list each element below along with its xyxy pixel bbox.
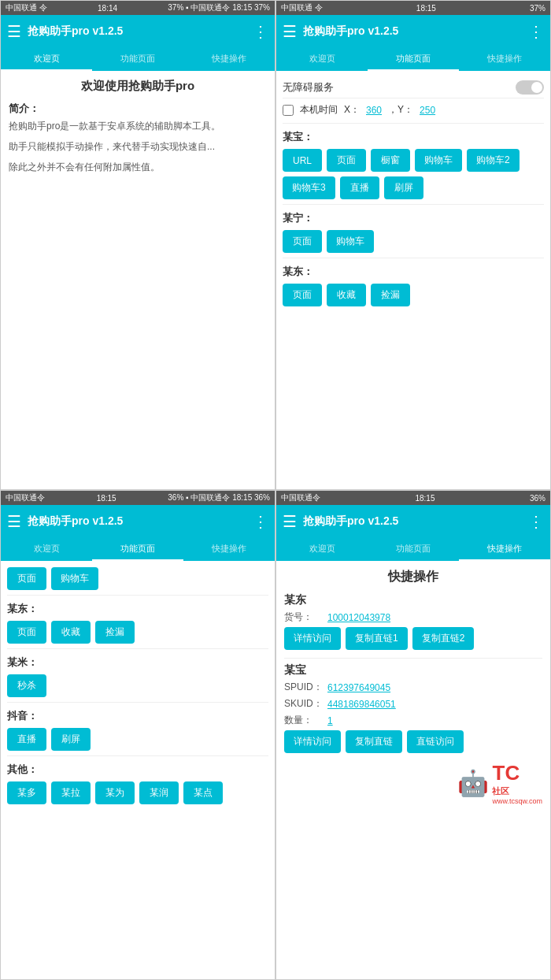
moudong-label: 某东： xyxy=(7,602,268,616)
tab-quick[interactable]: 快捷操作 xyxy=(183,538,275,561)
moumi-label: 某米： xyxy=(7,655,268,670)
moudong-page-btn[interactable]: 页面 xyxy=(283,284,322,306)
moubao-quick-btns: 详情访问 复制直链 直链访问 xyxy=(284,730,542,753)
mouning-cart-btn[interactable]: 购物车 xyxy=(327,230,374,253)
moubao-page-btn[interactable]: 页面 xyxy=(327,149,366,172)
mouning-cart-btn[interactable]: 购物车 xyxy=(51,567,98,590)
quick-moudong-section: 某东 货号： 100012043978 详情访问 复制直链1 复制直链2 xyxy=(284,593,542,650)
moudong-page-btn[interactable]: 页面 xyxy=(7,621,46,644)
moudong-fav-btn[interactable]: 收藏 xyxy=(51,621,91,644)
tab-function[interactable]: 功能页面 xyxy=(368,48,459,71)
moudong-detail-btn[interactable]: 详情访问 xyxy=(284,627,341,650)
tab-quick[interactable]: 快捷操作 xyxy=(459,48,550,71)
tc-url: www.tcsqw.com xyxy=(492,797,542,805)
more-icon[interactable]: ⋮ xyxy=(528,22,544,41)
qita-run-btn[interactable]: 某润 xyxy=(139,781,179,804)
status-right: 37% ▪ 中国联通令 18:15 37% xyxy=(168,2,270,13)
more-icon[interactable]: ⋮ xyxy=(253,22,268,41)
moubao-title: 某宝： xyxy=(283,130,544,144)
quick-title: 快捷操作 xyxy=(284,569,542,585)
tab-welcome[interactable]: 欢迎页 xyxy=(276,48,368,71)
status-time: 18:15 xyxy=(97,494,116,503)
douyin-label: 抖音： xyxy=(7,709,268,723)
divider2 xyxy=(283,204,544,205)
coord-x-value[interactable]: 360 xyxy=(366,105,382,116)
quick-actions-content: 快捷操作 某东 货号： 100012043978 详情访问 复制直链1 复制直链… xyxy=(276,561,550,979)
moudong-deal-btn[interactable]: 捡漏 xyxy=(371,284,410,306)
mouning-page-btn[interactable]: 页面 xyxy=(283,230,322,253)
qty-value[interactable]: 1 xyxy=(327,715,333,726)
tab-function[interactable]: 功能页面 xyxy=(92,538,183,561)
status-right: 37% xyxy=(530,4,545,13)
coord-separator: ，Y： xyxy=(388,103,413,117)
tab-function[interactable]: 功能页面 xyxy=(92,48,183,71)
quick-moubao-spuid: SPUID： 612397649045 xyxy=(284,681,542,694)
huo-value[interactable]: 100012043978 xyxy=(327,612,390,623)
tab-welcome[interactable]: 欢迎页 xyxy=(1,538,92,561)
accessibility-label: 无障碍服务 xyxy=(283,80,334,95)
moubao-copy-btn[interactable]: 复制直链 xyxy=(346,730,402,753)
tc-logo-area: 🤖 TC 社区 www.tcsqw.com xyxy=(284,761,542,805)
moudong-deal-btn[interactable]: 捡漏 xyxy=(95,621,135,644)
tab-welcome[interactable]: 欢迎页 xyxy=(1,48,92,71)
skuid-label: SKUID： xyxy=(284,697,327,711)
qita-label: 其他： xyxy=(7,763,268,777)
mouning-page-btn[interactable]: 页面 xyxy=(7,567,46,590)
panel-top-left: 中国联通 令 18:14 37% ▪ 中国联通令 18:15 37% ☰ 抢购助… xyxy=(0,0,276,490)
app-bar-top-left: ☰ 抢购助手pro v1.2.5 ⋮ xyxy=(1,15,275,48)
mouning-buttons: 页面 购物车 xyxy=(283,230,544,253)
moubao-url-btn[interactable]: URL xyxy=(283,149,322,172)
divider-br1 xyxy=(284,658,542,659)
spuid-value[interactable]: 612397649045 xyxy=(327,682,390,693)
accessibility-toggle[interactable] xyxy=(516,80,544,95)
douyin-scroll-btn[interactable]: 刷屏 xyxy=(51,728,91,751)
menu-icon[interactable]: ☰ xyxy=(283,512,297,531)
qita-duo-btn[interactable]: 某多 xyxy=(7,781,46,804)
moubao-cart3-btn[interactable]: 购物车3 xyxy=(283,176,335,199)
quick-moubao-name: 某宝 xyxy=(284,663,542,677)
time-checkbox[interactable] xyxy=(283,105,294,116)
tab-quick[interactable]: 快捷操作 xyxy=(459,538,550,561)
qita-la-btn[interactable]: 某拉 xyxy=(51,781,91,804)
moudong-btns-bottom: 页面 收藏 捡漏 xyxy=(7,621,268,644)
qita-wei-btn[interactable]: 某为 xyxy=(95,781,135,804)
tab-welcome[interactable]: 欢迎页 xyxy=(276,538,368,561)
moubao-detail-btn[interactable]: 详情访问 xyxy=(284,730,341,753)
moubao-cart-btn[interactable]: 购物车 xyxy=(415,149,462,172)
intro-text1: 抢购助手pro是一款基于安卓系统的辅助脚本工具。 xyxy=(9,119,267,133)
divider1 xyxy=(283,123,544,124)
quick-moubao-qty: 数量： 1 xyxy=(284,714,542,727)
qita-dian-btn[interactable]: 某点 xyxy=(183,781,223,804)
menu-icon[interactable]: ☰ xyxy=(7,512,21,531)
tab-quick[interactable]: 快捷操作 xyxy=(183,48,275,71)
moubao-buttons: URL 页面 橱窗 购物车 购物车2 购物车3 直播 刷屏 xyxy=(283,149,544,199)
moubao-live-btn[interactable]: 直播 xyxy=(340,176,379,199)
more-icon[interactable]: ⋮ xyxy=(528,512,544,531)
skuid-value[interactable]: 4481869846051 xyxy=(327,699,396,710)
status-bar-bottom-left: 中国联通令 18:15 36% ▪ 中国联通令 18:15 36% xyxy=(1,491,275,505)
tc-logo-text: TC xyxy=(492,761,520,785)
tc-community-text: 社区 xyxy=(492,785,542,797)
menu-icon[interactable]: ☰ xyxy=(7,22,21,41)
quick-moudong-huo: 货号： 100012043978 xyxy=(284,611,542,624)
app-bar-bottom-left: ☰ 抢购助手pro v1.2.5 ⋮ xyxy=(1,505,275,538)
moudong-copy2-btn[interactable]: 复制直链2 xyxy=(412,627,475,650)
moumi-btns: 秒杀 xyxy=(7,674,268,697)
moubao-visit-btn[interactable]: 直链访问 xyxy=(407,730,464,753)
douyin-live-btn[interactable]: 直播 xyxy=(7,728,46,751)
coord-y-value[interactable]: 250 xyxy=(420,105,435,116)
app-bar-top-right: ☰ 抢购助手pro v1.2.5 ⋮ xyxy=(276,15,550,48)
moudong-fav-btn[interactable]: 收藏 xyxy=(327,284,366,306)
menu-icon[interactable]: ☰ xyxy=(283,22,297,41)
moubao-cart2-btn[interactable]: 购物车2 xyxy=(467,149,520,172)
moumi-seckill-btn[interactable]: 秒杀 xyxy=(7,674,46,697)
function-bottom-content: 页面 购物车 某东： 页面 收藏 捡漏 某米： 秒杀 xyxy=(1,561,275,979)
divider-bl1 xyxy=(7,595,268,596)
quick-moubao-section: 某宝 SPUID： 612397649045 SKUID： 4481869846… xyxy=(284,663,542,753)
moudong-copy1-btn[interactable]: 复制直链1 xyxy=(346,627,408,650)
moubao-scroll-btn[interactable]: 刷屏 xyxy=(384,176,423,199)
moubao-window-btn[interactable]: 橱窗 xyxy=(371,149,410,172)
tab-function[interactable]: 功能页面 xyxy=(368,538,459,561)
more-icon[interactable]: ⋮ xyxy=(253,512,268,531)
moudong-buttons: 页面 收藏 捡漏 xyxy=(283,284,544,306)
